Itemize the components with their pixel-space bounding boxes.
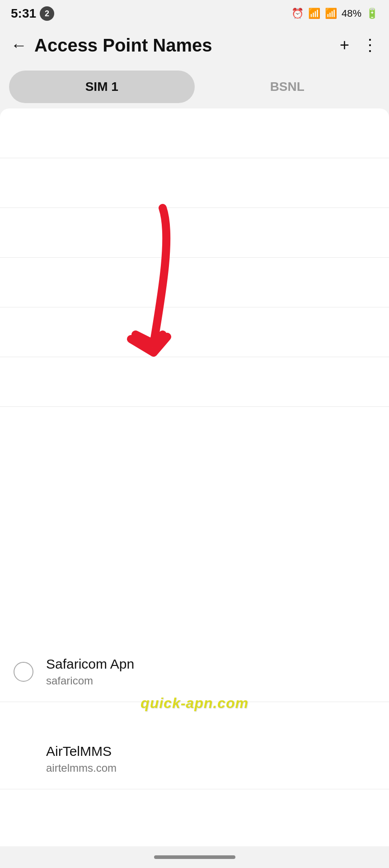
wifi-icon: 📶 xyxy=(308,8,320,19)
home-indicator xyxy=(154,855,235,859)
sim-tabs: SIM 1 BSNL xyxy=(0,65,389,108)
list-item xyxy=(0,108,389,158)
list-item xyxy=(0,158,389,208)
header: ← Access Point Names + ⋮ xyxy=(0,25,389,65)
list-item xyxy=(0,208,389,258)
list-item xyxy=(0,307,389,357)
battery-icon: 🔋 xyxy=(366,8,378,19)
apn-address-airtelmms: airtelmms.com xyxy=(46,762,375,774)
apn-info-safaricom: Safaricom Apn safaricom xyxy=(46,656,375,687)
apn-name-airtelmms: AirTelMMS xyxy=(46,744,375,759)
add-apn-button[interactable]: + xyxy=(340,36,349,55)
notification-badge: 2 xyxy=(40,6,54,21)
alarm-icon: ⏰ xyxy=(291,8,304,19)
spacer xyxy=(0,702,389,729)
status-left: 5:31 2 xyxy=(11,6,54,21)
apn-radio-safaricom[interactable] xyxy=(14,662,33,682)
tab-sim1[interactable]: SIM 1 xyxy=(9,71,195,103)
header-actions: + ⋮ xyxy=(340,36,378,55)
list-item xyxy=(0,258,389,307)
apn-item-airtelmms[interactable]: AirTelMMS airtelmms.com xyxy=(0,729,389,789)
list-item xyxy=(0,357,389,407)
time-display: 5:31 xyxy=(11,6,36,21)
signal-icon: 📶 xyxy=(325,8,337,19)
page-title: Access Point Names xyxy=(34,35,340,56)
more-options-button[interactable]: ⋮ xyxy=(362,36,378,55)
bottom-bar xyxy=(0,846,389,868)
arrow-spacer xyxy=(0,407,389,642)
battery-display: 48% xyxy=(342,8,361,19)
status-right: ⏰ 📶 📶 48% 🔋 xyxy=(291,8,378,19)
apn-item-safaricom[interactable]: Safaricom Apn safaricom quick-apn.com xyxy=(0,642,389,702)
apn-info-airtelmms: AirTelMMS airtelmms.com xyxy=(14,744,375,774)
back-button[interactable]: ← xyxy=(11,37,27,53)
content-area: Safaricom Apn safaricom quick-apn.com Ai… xyxy=(0,108,389,868)
apn-address-safaricom: safaricom xyxy=(46,675,375,687)
apn-name-safaricom: Safaricom Apn xyxy=(46,656,375,672)
tab-bsnl[interactable]: BSNL xyxy=(195,71,380,103)
status-bar: 5:31 2 ⏰ 📶 📶 48% 🔋 xyxy=(0,0,389,25)
